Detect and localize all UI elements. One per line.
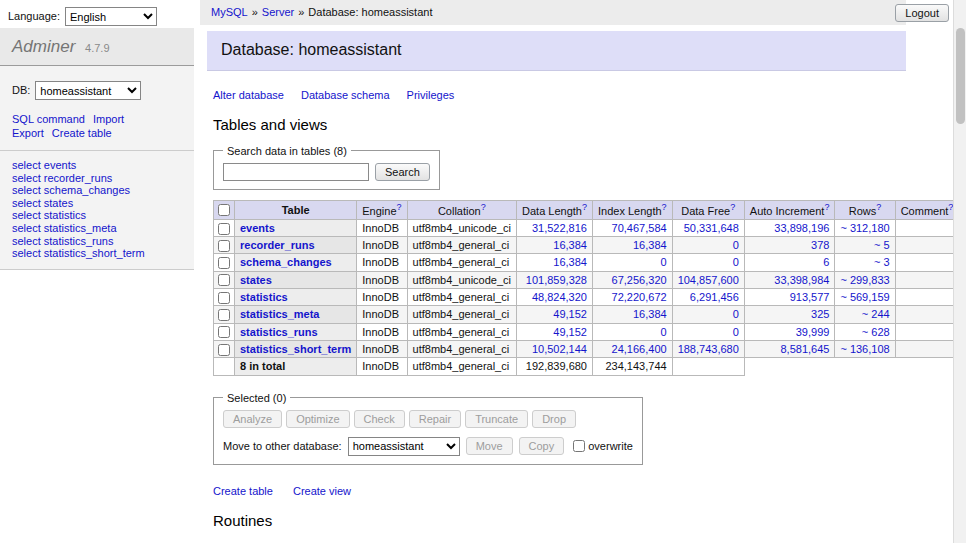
sidebar-select-statistics-runs[interactable]: select statistics_runs <box>12 235 113 248</box>
sidebar-action-sql-command[interactable]: SQL command <box>12 113 85 125</box>
cell-rows-link[interactable]: ~ 312,180 <box>840 222 889 234</box>
sidebar-select-statistics[interactable]: select statistics <box>12 209 86 222</box>
cell-rows-link[interactable]: ~ 3 <box>874 256 890 268</box>
cell-auto-increment-link[interactable]: 33,898,196 <box>774 222 829 234</box>
row-checkbox-statistics-runs[interactable] <box>218 326 230 338</box>
nav-privileges[interactable]: Privileges <box>407 89 455 101</box>
cell-index-length-link[interactable]: 67,256,320 <box>612 274 667 286</box>
help-rows-icon[interactable]: ? <box>876 202 881 212</box>
cell-auto-increment-link[interactable]: 33,398,984 <box>774 274 829 286</box>
cell-rows-link[interactable]: ~ 244 <box>862 308 890 320</box>
cell-data-length-link[interactable]: 16,384 <box>553 239 587 251</box>
copy-button[interactable]: Copy <box>519 437 565 455</box>
cell-auto-increment-link[interactable]: 8,581,645 <box>780 343 829 355</box>
sidebar-action-create-table[interactable]: Create table <box>52 127 112 139</box>
table-link-schema-changes[interactable]: schema_changes <box>240 256 332 268</box>
cell-data-length-link[interactable]: 10,502,144 <box>532 343 587 355</box>
help-index-length-icon[interactable]: ? <box>662 202 667 212</box>
cell-data-length-link[interactable]: 48,824,320 <box>532 291 587 303</box>
table-link-states[interactable]: states <box>240 274 272 286</box>
cell-data-length-link[interactable]: 49,152 <box>553 308 587 320</box>
row-checkbox-states[interactable] <box>218 274 230 286</box>
table-link-statistics[interactable]: statistics <box>240 291 288 303</box>
cell-rows-link[interactable]: ~ 5 <box>874 239 890 251</box>
cell-data-length-link[interactable]: 49,152 <box>553 326 587 338</box>
search-button[interactable]: Search <box>375 163 430 181</box>
analyze-button[interactable]: Analyze <box>223 410 282 428</box>
breadcrumb-link-mysql[interactable]: MySQL <box>211 5 248 19</box>
overwrite-checkbox[interactable] <box>573 440 585 452</box>
create-create-table[interactable]: Create table <box>213 485 273 497</box>
nav-database-schema[interactable]: Database schema <box>301 89 390 101</box>
cell-rows-link[interactable]: ~ 569,159 <box>840 291 889 303</box>
move-db-select[interactable]: homeassistant <box>348 437 460 456</box>
sidebar-action-import[interactable]: Import <box>93 113 124 125</box>
cell-data-free-link[interactable]: 104,857,600 <box>678 274 739 286</box>
cell-data-length-link[interactable]: 31,522,816 <box>532 222 587 234</box>
table-link-events[interactable]: events <box>240 222 275 234</box>
cell-data-free-link[interactable]: 6,291,456 <box>690 291 739 303</box>
cell-data-free-link[interactable]: 0 <box>733 256 739 268</box>
table-link-statistics-meta[interactable]: statistics_meta <box>240 308 320 320</box>
table-link-statistics-short-term[interactable]: statistics_short_term <box>240 343 351 355</box>
cell-auto-increment-link[interactable]: 325 <box>811 308 829 320</box>
row-checkbox-recorder-runs[interactable] <box>218 240 230 252</box>
row-checkbox-statistics-meta[interactable] <box>218 309 230 321</box>
cell-index-length-link[interactable]: 72,220,672 <box>612 291 667 303</box>
cell-data-free-link[interactable]: 0 <box>733 239 739 251</box>
nav-alter-database[interactable]: Alter database <box>213 89 284 101</box>
cell-data-free-link[interactable]: 0 <box>733 308 739 320</box>
cell-data-length-link[interactable]: 16,384 <box>553 256 587 268</box>
cell-index-length-link[interactable]: 70,467,584 <box>612 222 667 234</box>
help-data-free-icon[interactable]: ? <box>730 202 735 212</box>
cell-data-free-link[interactable]: 188,743,680 <box>678 343 739 355</box>
language-select[interactable]: English <box>65 7 157 26</box>
row-checkbox-schema-changes[interactable] <box>218 257 230 269</box>
cell-index-length-link[interactable]: 16,384 <box>633 239 667 251</box>
cell-auto-increment-link[interactable]: 378 <box>811 239 829 251</box>
repair-button[interactable]: Repair <box>409 410 461 428</box>
db-select[interactable]: homeassistant <box>35 81 141 100</box>
table-link-recorder-runs[interactable]: recorder_runs <box>240 239 315 251</box>
truncate-button[interactable]: Truncate <box>465 410 528 428</box>
drop-button[interactable]: Drop <box>532 410 576 428</box>
move-button[interactable]: Move <box>466 437 513 455</box>
cell-index-length-link[interactable]: 16,384 <box>633 308 667 320</box>
cell-data-free-link[interactable]: 0 <box>733 326 739 338</box>
sidebar-select-schema-changes[interactable]: select schema_changes <box>12 184 130 197</box>
optimize-button[interactable]: Optimize <box>286 410 349 428</box>
cell-index-length-link[interactable]: 0 <box>661 256 667 268</box>
cell-auto-increment-link[interactable]: 6 <box>823 256 829 268</box>
row-checkbox-events[interactable] <box>218 223 230 235</box>
help-engine-icon[interactable]: ? <box>397 202 402 212</box>
cell-rows-link[interactable]: ~ 299,833 <box>840 274 889 286</box>
table-link-statistics-runs[interactable]: statistics_runs <box>240 326 318 338</box>
app-name-link[interactable]: Adminer <box>12 37 75 56</box>
cell-auto-increment-link[interactable]: 39,999 <box>796 326 830 338</box>
row-checkbox-statistics[interactable] <box>218 292 230 304</box>
cell-data-length-link[interactable]: 101,859,328 <box>526 274 587 286</box>
sidebar-select-events[interactable]: select events <box>12 159 76 172</box>
cell-rows-link[interactable]: ~ 628 <box>862 326 890 338</box>
row-checkbox-statistics-short-term[interactable] <box>218 344 230 356</box>
create-create-view[interactable]: Create view <box>293 485 351 497</box>
help-data-length-icon[interactable]: ? <box>582 202 587 212</box>
cell-auto-increment-link[interactable]: 913,577 <box>790 291 830 303</box>
sidebar-select-states[interactable]: select states <box>12 197 73 210</box>
search-input[interactable] <box>223 163 369 181</box>
logout-button[interactable]: Logout <box>895 4 949 22</box>
sidebar-select-statistics-meta[interactable]: select statistics_meta <box>12 222 117 235</box>
help-collation-icon[interactable]: ? <box>481 202 486 212</box>
breadcrumb-link-server[interactable]: Server <box>262 5 294 19</box>
cell-data-free-link[interactable]: 50,331,648 <box>684 222 739 234</box>
scrollbar-thumb[interactable] <box>956 28 965 124</box>
sidebar-select-statistics-short-term[interactable]: select statistics_short_term <box>12 247 145 260</box>
select-all-checkbox[interactable] <box>218 204 230 216</box>
check-button[interactable]: Check <box>354 410 405 428</box>
sidebar-select-recorder-runs[interactable]: select recorder_runs <box>12 172 112 185</box>
cell-index-length-link[interactable]: 0 <box>661 326 667 338</box>
help-auto-increment-icon[interactable]: ? <box>824 202 829 212</box>
sidebar-action-export[interactable]: Export <box>12 127 44 139</box>
cell-rows-link[interactable]: ~ 136,108 <box>840 343 889 355</box>
cell-index-length-link[interactable]: 24,166,400 <box>612 343 667 355</box>
